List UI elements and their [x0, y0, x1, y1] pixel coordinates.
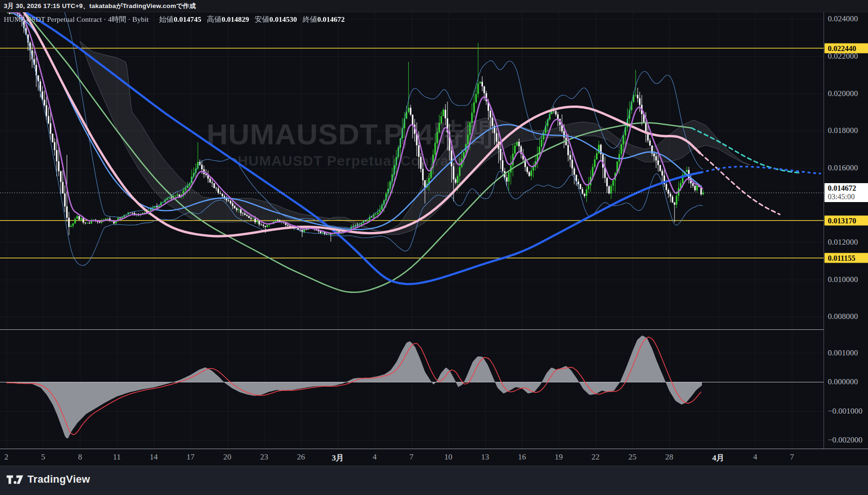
- price-tick-label: 0.010000: [828, 275, 858, 284]
- attribution-bar: 3月 30, 2026 17:15 UTC+9、takatabaがTrading…: [0, 0, 868, 12]
- oscillator-tick-label: 0.001000: [828, 348, 858, 358]
- close-label: 終値: [303, 15, 317, 23]
- time-axis-month-label: 4月: [712, 452, 725, 463]
- high-label: 高値: [207, 15, 221, 23]
- price-tick-label: 0.016000: [828, 163, 858, 173]
- time-axis-day-label: 8: [78, 452, 82, 462]
- time-axis-day-label: 26: [297, 452, 305, 462]
- time-axis-day-label: 7: [410, 452, 414, 462]
- time-axis-day-label: 4: [373, 452, 377, 462]
- time-axis-day-label: 10: [444, 452, 452, 462]
- current-price-label: 0.01467203:45:00: [824, 183, 868, 202]
- footer-bar: TradingView: [0, 466, 868, 495]
- time-axis-day-label: 23: [260, 452, 268, 462]
- oscillator-tick-label: −0.002000: [828, 435, 862, 445]
- time-axis-day-label: 5: [41, 452, 45, 462]
- oscillator-tick-label: 0.000000: [828, 377, 858, 387]
- open-value: 0.014745: [174, 15, 201, 23]
- attribution-text: 3月 30, 2026 17:15 UTC+9、takatabaがTrading…: [0, 0, 196, 12]
- chart-legend: HUMAUSDT Perpetual Contract · 4時間 · Bybi…: [4, 15, 345, 25]
- tradingview-logo[interactable]: TradingView: [7, 473, 90, 486]
- symbol-title[interactable]: HUMAUSDT Perpetual Contract · 4時間 · Bybi…: [4, 15, 149, 23]
- time-axis-day-label: 17: [186, 452, 194, 462]
- oscillator-tick-label: −0.001000: [828, 407, 862, 416]
- time-axis-day-label: 7: [790, 452, 794, 462]
- current-price-value: 0.014672: [828, 184, 868, 193]
- time-axis[interactable]: 2581114172023263月47101316192225284月47: [0, 449, 868, 466]
- time-axis-day-label: 28: [665, 452, 673, 462]
- price-level-label[interactable]: 0.022440: [824, 43, 868, 53]
- price-tick-label: 0.024000: [828, 14, 858, 24]
- price-tick-label: 0.020000: [828, 89, 858, 98]
- time-axis-day-label: 13: [481, 452, 489, 462]
- low-value: 0.014530: [270, 15, 297, 23]
- open-label: 始値: [159, 15, 174, 23]
- price-axis[interactable]: 0.0240000.0220000.0200000.0180000.016000…: [824, 12, 868, 466]
- high-value: 0.014829: [221, 15, 249, 23]
- time-axis-day-label: 20: [223, 452, 231, 462]
- bar-countdown: 03:45:00: [828, 193, 868, 201]
- price-tick-label: 0.008000: [828, 312, 858, 321]
- time-axis-day-label: 16: [518, 452, 526, 462]
- price-chart-canvas[interactable]: [0, 12, 824, 466]
- time-axis-month-label: 3月: [332, 452, 344, 463]
- brand-text: TradingView: [27, 473, 90, 486]
- price-level-label[interactable]: 0.011155: [824, 253, 868, 263]
- price-level-label[interactable]: 0.013170: [824, 216, 868, 226]
- time-axis-day-label: 4: [753, 452, 757, 462]
- time-axis-day-label: 22: [592, 452, 600, 462]
- time-axis-day-label: 19: [555, 452, 563, 462]
- time-axis-day-label: 11: [113, 452, 121, 462]
- time-axis-day-label: 25: [628, 452, 636, 462]
- price-tick-label: 0.012000: [828, 238, 858, 247]
- low-label: 安値: [255, 15, 270, 23]
- tradingview-chart-snapshot: 3月 30, 2026 17:15 UTC+9、takatabaがTrading…: [0, 0, 868, 495]
- tradingview-logo-icon: [7, 475, 23, 485]
- close-value: 0.014672: [317, 15, 345, 23]
- time-axis-day-label: 14: [149, 452, 158, 462]
- time-axis-day-label: 2: [4, 452, 9, 462]
- price-tick-label: 0.018000: [828, 126, 858, 135]
